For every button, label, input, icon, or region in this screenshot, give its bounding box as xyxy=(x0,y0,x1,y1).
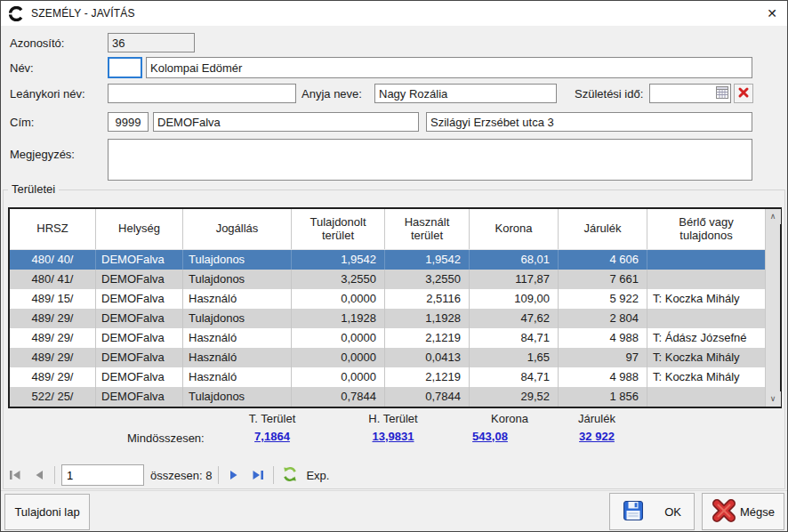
table-cell xyxy=(647,309,765,328)
ok-button[interactable]: OK xyxy=(609,493,695,530)
nev-field[interactable] xyxy=(146,57,752,78)
table-body: 480/ 40/DEMOFalvaTulajdonos1,95421,95426… xyxy=(10,250,765,407)
table-cell: 1 856 xyxy=(559,387,647,407)
next-record-icon[interactable] xyxy=(225,465,243,485)
table-cell: 109,00 xyxy=(470,289,559,309)
megjegyzes-field[interactable] xyxy=(108,139,752,181)
previous-record-icon[interactable] xyxy=(30,465,48,485)
table-cell: 4 988 xyxy=(559,328,647,348)
table-row[interactable]: 489/ 29/DEMOFalvaTulajdonos1,19281,19284… xyxy=(10,309,765,328)
table-cell: 0,7844 xyxy=(385,387,470,407)
table-row[interactable]: 489/ 15/DEMOFalvaHasználó0,00002,5116109… xyxy=(10,289,765,309)
column-header-berlo-vagy-tulajdonos[interactable]: Bérlő vagy tulajdonos xyxy=(647,209,765,249)
anyja-neve-field[interactable] xyxy=(374,84,557,103)
column-header-jogallas[interactable]: Jogállás xyxy=(183,209,292,249)
leanykori-nev-field[interactable] xyxy=(108,84,296,103)
refresh-icon[interactable] xyxy=(280,465,300,485)
save-floppy-icon xyxy=(623,500,644,524)
table-scrollbar[interactable]: ∧ ∨ xyxy=(765,209,780,407)
table-cell: 7 661 xyxy=(559,270,647,289)
table-cell: DEMOFalva xyxy=(96,309,183,328)
export-label[interactable]: Exp. xyxy=(306,469,329,482)
szuletesi-ido-field[interactable] xyxy=(650,85,714,102)
table-cell: 2,1219 xyxy=(385,367,470,387)
pager-separator xyxy=(218,466,219,484)
table-row[interactable]: 480/ 41/DEMOFalvaTulajdonos3,25503,25501… xyxy=(10,270,765,289)
column-header-tulajdonolt-terulet[interactable]: Tulajdonolt terület xyxy=(292,209,385,249)
column-header-helyseg[interactable]: Helység xyxy=(96,209,183,249)
table-cell: 489/ 29/ xyxy=(10,348,96,367)
scroll-up-icon[interactable]: ∧ xyxy=(766,209,781,224)
areas-table: HRSZ Helység Jogállás Tulajdonolt terüle… xyxy=(8,207,782,408)
table-cell: DEMOFalva xyxy=(96,270,183,289)
table-cell: T: Koczka Mihály xyxy=(647,289,765,309)
close-icon[interactable]: ✕ xyxy=(757,1,787,26)
column-header-hasznalt-terulet[interactable]: Használt terület xyxy=(385,209,470,249)
table-row[interactable]: 480/ 40/DEMOFalvaTulajdonos1,95421,95426… xyxy=(10,250,765,270)
table-header-row: HRSZ Helység Jogállás Tulajdonolt terüle… xyxy=(10,209,765,250)
table-cell: T: Koczka Mihály xyxy=(647,367,765,387)
title-bar: SZEMÉLY - JAVÍTÁS ✕ xyxy=(1,1,787,26)
megse-label: Mégse xyxy=(740,505,775,519)
table-cell: 522/ 25/ xyxy=(10,387,96,407)
mindosszesen-label: Mindösszesen: xyxy=(127,431,205,445)
column-header-jarulek[interactable]: Járulék xyxy=(559,209,647,249)
summary-header-h-terulet: H. Terület xyxy=(335,412,451,425)
tulajdoni-lap-label: Tulajdoni lap xyxy=(14,505,79,519)
table-cell: 84,71 xyxy=(470,328,559,348)
szuletesi-ido-label: Születési idő: xyxy=(575,85,643,104)
table-cell: Tulajdonos xyxy=(183,250,292,270)
cim-zip-field[interactable] xyxy=(108,112,149,132)
scroll-down-icon[interactable]: ∨ xyxy=(766,391,781,407)
table-cell: 1,9542 xyxy=(385,250,470,270)
table-cell: 1,65 xyxy=(470,348,559,367)
clear-date-icon[interactable] xyxy=(734,84,753,103)
total-korona-link[interactable]: 543,08 xyxy=(432,430,548,443)
table-cell: 0,0413 xyxy=(385,348,470,367)
table-cell: 0,0000 xyxy=(292,328,385,348)
table-cell: 0,0000 xyxy=(292,367,385,387)
table-row[interactable]: 522/ 25/DEMOFalvaTulajdonos0,78440,78442… xyxy=(10,387,765,407)
last-record-icon[interactable] xyxy=(249,465,267,485)
table-row[interactable]: 489/ 29/DEMOFalvaHasználó0,00000,04131,6… xyxy=(10,348,765,367)
table-cell: DEMOFalva xyxy=(96,348,183,367)
table-cell: 1,9542 xyxy=(292,250,385,270)
summary-header-t-terulet: T. Terület xyxy=(214,412,330,425)
megjegyzes-label: Megjegyzés: xyxy=(10,145,75,165)
table-cell: DEMOFalva xyxy=(96,367,183,387)
nev-label: Név: xyxy=(10,59,34,78)
cim-city-field[interactable] xyxy=(153,112,419,132)
cim-street-field[interactable] xyxy=(426,112,752,132)
table-cell: 29,52 xyxy=(470,387,559,407)
column-header-korona[interactable]: Korona xyxy=(470,209,559,249)
column-header-hrsz[interactable]: HRSZ xyxy=(10,209,96,249)
first-record-icon[interactable] xyxy=(6,465,24,485)
table-cell: 0,7844 xyxy=(292,387,385,407)
table-cell: Tulajdonos xyxy=(183,387,292,407)
table-cell: 2,1219 xyxy=(385,328,470,348)
table-cell: 4 606 xyxy=(559,250,647,270)
table-cell: 68,01 xyxy=(470,250,559,270)
nev-prefix-field[interactable] xyxy=(108,57,142,78)
table-cell xyxy=(647,270,765,289)
cancel-x-icon xyxy=(712,498,736,526)
table-cell: 84,71 xyxy=(470,367,559,387)
tulajdoni-lap-button[interactable]: Tulajdoni lap xyxy=(4,494,90,530)
table-cell: 489/ 15/ xyxy=(10,289,96,309)
record-pager: összesen: 8 Exp. xyxy=(6,463,329,487)
table-cell: DEMOFalva xyxy=(96,387,183,407)
table-cell: Használó xyxy=(183,367,292,387)
table-cell: 97 xyxy=(559,348,647,367)
calendar-icon[interactable] xyxy=(714,85,730,101)
total-t-terulet-link[interactable]: 7,1864 xyxy=(214,430,330,443)
table-cell: 2,5116 xyxy=(385,289,470,309)
table-cell: 5 922 xyxy=(559,289,647,309)
total-jarulek-link[interactable]: 32 922 xyxy=(539,430,655,443)
megse-button[interactable]: Mégse xyxy=(702,493,784,530)
page-number-input[interactable] xyxy=(61,464,144,486)
table-cell: 1,1928 xyxy=(385,309,470,328)
table-row[interactable]: 489/ 29/DEMOFalvaHasználó0,00002,121984,… xyxy=(10,367,765,387)
table-cell: Használó xyxy=(183,328,292,348)
table-cell: 489/ 29/ xyxy=(10,328,96,348)
table-row[interactable]: 489/ 29/DEMOFalvaHasználó0,00002,121984,… xyxy=(10,328,765,348)
